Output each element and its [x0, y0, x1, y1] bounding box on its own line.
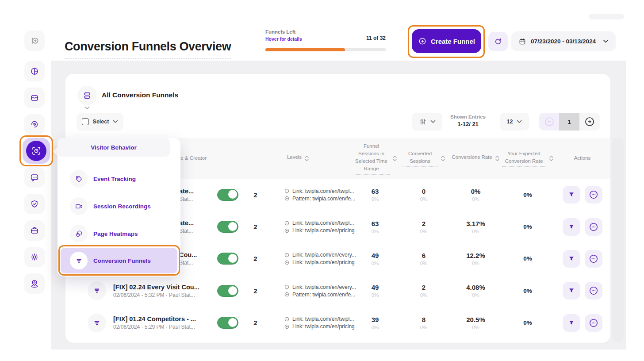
- column-header-sessions[interactable]: Funnel Sessions in Selected Time Range: [353, 142, 397, 175]
- levels-count: 2: [243, 223, 268, 230]
- briefcase-icon: [30, 226, 39, 235]
- step-start-icon: [284, 317, 289, 322]
- funnel-steps: Link: twipla.com/en/every... Link: twipl…: [268, 251, 353, 266]
- chevron-down-icon[interactable]: [84, 106, 90, 110]
- sidebar-item-business[interactable]: [24, 220, 45, 241]
- more-options-button[interactable]: [585, 250, 602, 268]
- funnel-row-icon: [88, 314, 106, 332]
- expected-rate: 0%: [501, 223, 554, 230]
- expected-rate: 0%: [501, 255, 554, 262]
- sidebar-item-visitor-behavior[interactable]: [26, 141, 46, 161]
- popup-title: Visitor Behavior: [58, 138, 170, 157]
- view-funnel-button[interactable]: [563, 314, 580, 332]
- more-options-button[interactable]: [585, 282, 602, 300]
- database-icon: [83, 91, 92, 100]
- sessions-value: 49: [353, 284, 397, 291]
- menu-item-page-heatmaps[interactable]: Page Heatmaps: [65, 223, 173, 244]
- refresh-button[interactable]: [488, 32, 508, 51]
- visitor-behavior-popup: Visitor Behavior Event Tracking Session …: [58, 138, 180, 277]
- funnel-name[interactable]: ate...: [179, 219, 194, 227]
- view-funnel-button[interactable]: [563, 186, 580, 204]
- menu-item-conversion-funnels[interactable]: Conversion Funnels: [61, 248, 177, 273]
- column-header-levels[interactable]: Levels: [243, 154, 353, 163]
- select-label: Select: [93, 119, 109, 125]
- step-start-icon: [284, 253, 289, 257]
- sort-icon[interactable]: [549, 155, 554, 162]
- step-connector: [287, 322, 287, 327]
- funnel-name[interactable]: ate...: [179, 188, 194, 195]
- sidebar-item-location[interactable]: [24, 273, 45, 294]
- sidebar-item-collapse[interactable]: [24, 31, 45, 51]
- sidebar-item-privacy[interactable]: [24, 194, 45, 214]
- sort-icon[interactable]: [495, 155, 500, 162]
- select-checkbox[interactable]: [82, 118, 89, 125]
- sessions-sub: 0%: [353, 325, 397, 330]
- funnel-name[interactable]: Cou...: [179, 251, 197, 258]
- partial-element: [589, 14, 624, 19]
- more-options-button[interactable]: [585, 218, 602, 236]
- hover-for-details-link[interactable]: Hover for details: [265, 36, 302, 42]
- column-header-rate[interactable]: Conversions Rate: [450, 154, 501, 163]
- funnel-enabled-toggle[interactable]: [217, 285, 238, 297]
- sessions-sub: 0%: [353, 292, 397, 298]
- converted-value: 2: [397, 284, 450, 291]
- more-options-button[interactable]: [585, 186, 602, 204]
- funnel-meta: Stat...: [179, 196, 194, 202]
- menu-item-event-tracking[interactable]: Event Tracking: [65, 168, 173, 189]
- sort-icon[interactable]: [304, 155, 309, 162]
- more-icon: [588, 253, 599, 264]
- funnel-row-icon: [88, 281, 106, 300]
- funnel-name[interactable]: [FIX] 01.24 Competitors - ...: [113, 315, 196, 323]
- previous-page-button[interactable]: [539, 113, 559, 131]
- sidebar-item-settings[interactable]: [24, 247, 45, 267]
- view-funnel-button[interactable]: [563, 250, 580, 268]
- sidebar-item-inbox[interactable]: [24, 88, 45, 108]
- select-dropdown[interactable]: Select: [77, 113, 123, 131]
- expected-rate: 0%: [501, 288, 554, 294]
- create-funnel-button[interactable]: Create Funnel: [412, 29, 481, 53]
- funnel-steps: Link: twipla.com/en/every... Pattern: tw…: [268, 283, 353, 298]
- shown-entries-label: Shown Entries: [444, 114, 492, 119]
- funnel-chart-icon: [567, 191, 575, 199]
- chevron-down-icon: [603, 39, 609, 43]
- sort-icon[interactable]: [441, 155, 445, 162]
- funnel-name[interactable]: [FIX] 02.24 Every Visit Cou...: [113, 284, 199, 291]
- sidebar-item-statistics[interactable]: [24, 114, 45, 134]
- funnel-enabled-toggle[interactable]: [217, 253, 238, 265]
- funnels-count: 11 of 32: [366, 35, 386, 41]
- sidebar-item-dashboard[interactable]: [24, 61, 45, 81]
- sidebar-item-feedback[interactable]: [24, 167, 45, 188]
- funnel-chart-icon: [567, 223, 575, 231]
- funnel-enabled-toggle[interactable]: [217, 317, 238, 329]
- funnels-progress-track: [265, 48, 386, 51]
- column-header-converted[interactable]: Converted Sessions: [397, 150, 450, 167]
- column-filter-button[interactable]: [412, 113, 442, 131]
- funnel-enabled-toggle[interactable]: [217, 221, 238, 233]
- more-icon: [588, 318, 599, 328]
- current-page[interactable]: 1: [559, 113, 579, 131]
- menu-item-session-recordings[interactable]: Session Recordings: [65, 196, 173, 217]
- column-header-expected[interactable]: Your Expected Conversion Rate: [501, 150, 554, 167]
- scrollbar[interactable]: [612, 137, 624, 342]
- funnel-meta: 02/06/2024 - 5:32 PM · Paul Stat...: [113, 292, 199, 298]
- sort-icon[interactable]: [392, 155, 397, 162]
- arrow-left-icon: [544, 116, 555, 127]
- funnel-chart-icon: [567, 255, 575, 263]
- page-title: Conversion Funnels Overview: [65, 40, 231, 59]
- date-range-picker[interactable]: 07/23/2020 - 03/13/2024: [511, 31, 616, 51]
- shown-entries-value: 1-12/ 21: [444, 121, 492, 127]
- more-options-button[interactable]: [585, 314, 602, 332]
- sessions-sub: 0%: [353, 229, 397, 234]
- view-funnel-button[interactable]: [563, 282, 580, 300]
- expected-rate: 0%: [501, 319, 554, 326]
- shown-entries: Shown Entries 1-12/ 21: [444, 114, 492, 127]
- next-page-button[interactable]: [579, 113, 600, 131]
- sessions-sub: 0%: [353, 261, 397, 266]
- table-row: [FIX] 02.24 Every Visit Cou...02/06/2024…: [77, 275, 610, 307]
- page-size-dropdown[interactable]: 12: [500, 113, 529, 131]
- date-range-value: 07/23/2020 - 03/13/2024: [531, 38, 596, 45]
- funnel-enabled-toggle[interactable]: [217, 189, 238, 201]
- more-icon: [588, 285, 599, 296]
- shield-check-icon: [30, 199, 39, 209]
- view-funnel-button[interactable]: [563, 218, 580, 236]
